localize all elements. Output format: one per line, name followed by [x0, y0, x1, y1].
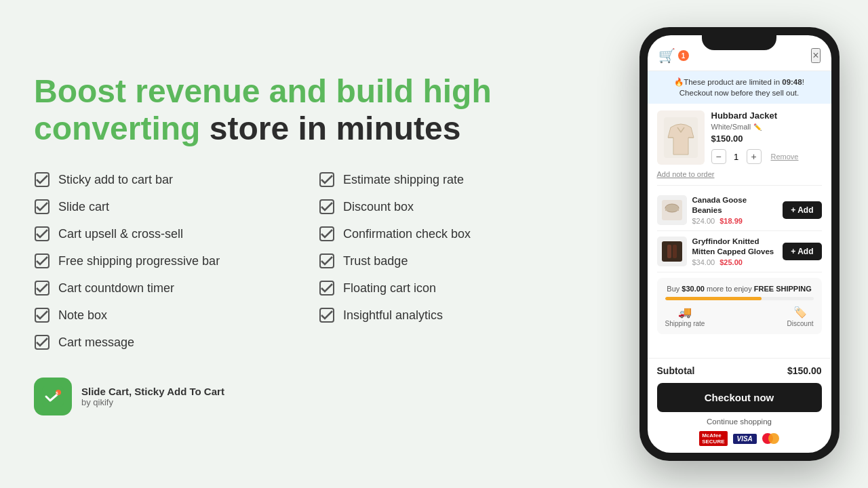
checkout-button[interactable]: Checkout now — [657, 383, 822, 412]
upsell-section: Canada Goose Beanies $24.00 $18.99 + Add — [657, 190, 822, 272]
feature-cart-upsell: Cart upsell & cross-sell — [34, 226, 292, 242]
feature-label: Sticky add to cart bar — [58, 173, 173, 187]
features-grid: Sticky add to cart bar Estimate shipping… — [34, 171, 576, 350]
free-shipping-label: FREE SHIPPING — [754, 285, 812, 293]
app-badge: $ Slide Cart, Sticky Add To Cart by qiki… — [34, 378, 576, 415]
product-name: Hubbard Jacket — [711, 110, 822, 121]
upsell-prices-2: $34.00 $25.00 — [692, 258, 778, 266]
feature-slide-cart: Slide cart — [34, 199, 292, 215]
svg-rect-19 — [665, 208, 679, 211]
discount-icon: 🏷️ — [793, 306, 807, 319]
continue-shopping-link[interactable]: Continue shopping — [657, 418, 822, 426]
timer-countdown: 09:48 — [782, 78, 802, 86]
check-icon — [319, 226, 335, 242]
upsell-original-price-2: $34.00 — [692, 258, 715, 266]
shipping-feature-rate: 🚚 Shipping rate — [665, 306, 705, 327]
upsell-original-price-1: $24.00 — [692, 217, 715, 225]
timer-banner: 🔥These product are limited in 09:48! Che… — [648, 71, 831, 104]
feature-countdown: Cart countdown timer — [34, 280, 292, 296]
app-by: by qikify — [81, 397, 224, 407]
svg-rect-21 — [667, 245, 671, 258]
check-icon — [34, 253, 50, 269]
feature-label: Trust badge — [343, 254, 408, 268]
cart-product: Hubbard Jacket White/Small ✏️ $150.00 − … — [657, 110, 822, 165]
feature-estimate-shipping: Estimate shipping rate — [319, 171, 576, 188]
check-icon — [34, 171, 50, 188]
feature-label: Discount box — [343, 200, 414, 214]
check-icon — [319, 171, 335, 188]
mc-circle-yellow — [768, 433, 779, 444]
product-details: Hubbard Jacket White/Small ✏️ $150.00 − … — [711, 110, 822, 164]
shipping-rate-icon: 🚚 — [678, 306, 692, 319]
feature-label: Free shipping progressive bar — [58, 254, 220, 268]
mastercard-badge — [762, 433, 779, 444]
upsell-name-2: Gryffindor Knitted Mitten Capped Gloves — [692, 237, 778, 257]
subtotal-amount: $150.00 — [787, 365, 822, 376]
upsell-image-1 — [657, 195, 687, 225]
check-icon — [34, 226, 50, 242]
feature-label: Floating cart icon — [343, 281, 436, 296]
subtotal-label: Subtotal — [657, 365, 695, 376]
check-icon — [34, 280, 50, 296]
feature-label: Insightful analytics — [343, 308, 443, 323]
remove-button[interactable]: Remove — [771, 152, 799, 161]
feature-discount-box: Discount box — [319, 199, 576, 215]
upsell-add-button-1[interactable]: + Add — [783, 201, 821, 219]
check-icon — [319, 280, 335, 296]
product-price: $150.00 — [711, 134, 822, 144]
shipping-progress: Buy $30.00 more to enjoy FREE SHIPPING 🚚… — [657, 278, 822, 334]
check-icon — [34, 307, 50, 323]
phone-frame: 🛒 1 × 🔥These product are limited in 09:4… — [639, 27, 840, 461]
upsell-add-button-2[interactable]: + Add — [783, 243, 821, 260]
upsell-info-1: Canada Goose Beanies $24.00 $18.99 — [692, 195, 778, 225]
qty-decrease-button[interactable]: − — [711, 149, 726, 164]
product-variant: White/Small ✏️ — [711, 123, 822, 131]
product-image — [657, 110, 705, 165]
mcafee-badge: McAfeeSECURE — [699, 431, 727, 446]
feature-trust-badge: Trust badge — [319, 253, 576, 269]
mcafee-label: McAfeeSECURE — [699, 431, 727, 446]
svg-rect-20 — [662, 241, 682, 262]
trust-badges: McAfeeSECURE VISA — [657, 431, 822, 446]
cart-footer: Subtotal $150.00 Checkout now Continue s… — [648, 358, 831, 453]
cart-close-button[interactable]: × — [811, 48, 820, 63]
phone-notch — [702, 35, 776, 50]
headline-green: converting — [34, 110, 200, 146]
shipping-rate-label: Shipping rate — [665, 320, 705, 327]
shipping-icons: 🚚 Shipping rate 🏷️ Discount — [665, 306, 814, 327]
feature-label: Cart countdown timer — [58, 281, 174, 296]
headline: Boost revenue and build high converting … — [34, 73, 576, 147]
feature-confirmation: Confirmation check box — [319, 226, 576, 242]
svg-rect-22 — [673, 245, 677, 258]
feature-label: Confirmation check box — [343, 227, 471, 241]
feature-floating-cart: Floating cart icon — [319, 280, 576, 296]
cart-body[interactable]: Hubbard Jacket White/Small ✏️ $150.00 − … — [648, 104, 831, 358]
headline-line1: Boost revenue and build high — [34, 73, 492, 109]
feature-sticky-cart: Sticky add to cart bar — [34, 171, 292, 188]
shipping-progress-text: Buy $30.00 more to enjoy FREE SHIPPING — [665, 285, 814, 293]
progress-fill — [665, 297, 762, 300]
cart-icon-area: 🛒 1 — [658, 47, 689, 64]
timer-text-prefix: 🔥These product are limited in — [674, 78, 782, 86]
add-note-link[interactable]: Add note to order — [657, 170, 822, 178]
right-panel: 🛒 1 × 🔥These product are limited in 09:4… — [610, 0, 868, 488]
divider — [657, 185, 822, 186]
feature-free-shipping: Free shipping progressive bar — [34, 253, 292, 269]
upsell-item-2: Gryffindor Knitted Mitten Capped Gloves … — [657, 231, 822, 272]
shipping-amount: $30.00 — [682, 285, 705, 293]
check-icon — [34, 199, 50, 215]
upsell-name-1: Canada Goose Beanies — [692, 195, 778, 216]
app-icon: $ — [34, 378, 72, 415]
edit-icon[interactable]: ✏️ — [753, 123, 762, 131]
shipping-progress-bar — [665, 297, 814, 300]
check-icon — [319, 199, 335, 215]
check-icon — [319, 253, 335, 269]
phone-screen: 🛒 1 × 🔥These product are limited in 09:4… — [648, 35, 831, 453]
app-name: Slide Cart, Sticky Add To Cart — [81, 386, 224, 397]
qty-increase-button[interactable]: + — [747, 149, 762, 164]
upsell-item-1: Canada Goose Beanies $24.00 $18.99 + Add — [657, 190, 822, 231]
feature-label: Cart upsell & cross-sell — [58, 227, 183, 241]
subtotal-row: Subtotal $150.00 — [657, 365, 822, 376]
check-icon — [34, 334, 50, 350]
upsell-sale-price-2: $25.00 — [719, 258, 743, 266]
